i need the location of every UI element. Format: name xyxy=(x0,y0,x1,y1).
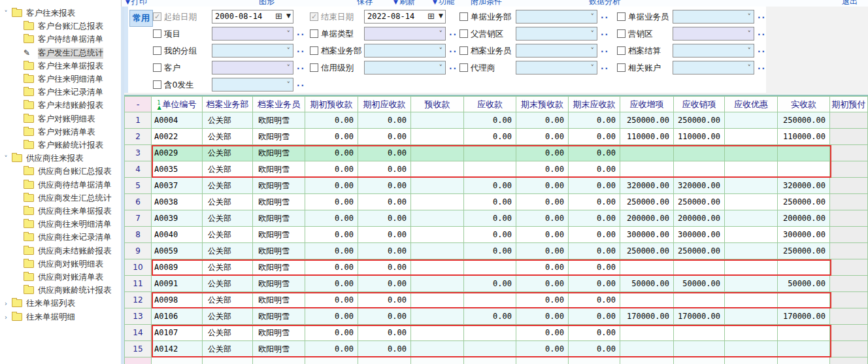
cell-r14-c6[interactable] xyxy=(411,325,464,341)
row-number[interactable]: 14 xyxy=(124,325,152,341)
row-number[interactable]: 12 xyxy=(124,292,152,308)
cell-r7-c5[interactable]: 0.00 xyxy=(358,210,411,227)
cell-r13-c3[interactable]: 欧阳明雪 xyxy=(253,308,305,325)
cell-r12-c7[interactable] xyxy=(464,292,516,308)
customer-browse-button[interactable]: .. xyxy=(297,62,305,71)
row-number[interactable]: 5 xyxy=(124,178,152,194)
archive-dept-checkbox[interactable] xyxy=(310,46,318,55)
column-header-9[interactable]: 期末应收款 xyxy=(569,96,620,112)
cell-r3-c6[interactable] xyxy=(411,145,464,161)
cell-r10-c3[interactable]: 欧阳明雪 xyxy=(253,259,305,276)
parent-region-dropdown[interactable]: ˅ xyxy=(516,27,597,41)
cell-r12-c1[interactable]: A0098 xyxy=(152,292,203,308)
cell-r1-c4[interactable]: 0.00 xyxy=(305,112,358,129)
doc-person-dropdown[interactable]: ˅ xyxy=(673,10,754,24)
archive-settle-dropdown[interactable]: ˅ xyxy=(673,44,754,58)
cell-r13-c10[interactable]: 170000.00 xyxy=(620,308,674,325)
column-header-1[interactable]: 1▲单位编号 xyxy=(152,96,203,112)
cell-r13-c12[interactable] xyxy=(725,308,778,325)
cell-r1-c9[interactable]: 0.00 xyxy=(569,112,620,129)
tree-item-report[interactable]: 供应商待结单据清单 xyxy=(0,178,122,191)
cell-r7-c12[interactable] xyxy=(725,210,778,227)
cell-r6-c6[interactable] xyxy=(411,194,464,210)
cell-r7-c13[interactable]: 200000.00 xyxy=(778,210,830,227)
cell-r5-c11[interactable]: 320000.00 xyxy=(674,178,725,194)
cell-r8-c8[interactable]: 0.00 xyxy=(516,227,569,243)
column-header-10[interactable]: 应收增项 xyxy=(620,96,674,112)
region-checkbox[interactable] xyxy=(617,29,626,38)
credit-level-dropdown[interactable]: ˅ xyxy=(364,61,446,74)
toolbar-item-extra-conditions[interactable]: 附加条件 xyxy=(471,0,502,7)
cell-r12-c14[interactable] xyxy=(830,292,868,308)
project-checkbox[interactable] xyxy=(153,29,161,38)
cell-r11-c14[interactable] xyxy=(830,276,868,292)
cell-r4-c9[interactable]: 0.00 xyxy=(569,161,620,178)
cell-r10-c8[interactable]: 0.00 xyxy=(516,259,569,276)
cell-r5-c13[interactable]: 320000.00 xyxy=(778,178,830,194)
column-header-6[interactable]: 预收款 xyxy=(411,96,464,112)
tree-item-group[interactable]: ›往来单据列表 xyxy=(0,297,122,310)
cell-r8-c7[interactable]: 0.00 xyxy=(464,227,516,243)
grid-row-10[interactable]: 10A0089公关部欧阳明雪0.000.000.000.00 xyxy=(124,259,868,276)
include-zero-checkbox[interactable] xyxy=(153,80,161,89)
start-date-checkbox[interactable]: ✓ xyxy=(153,12,161,21)
cell-r15-c5[interactable]: 0.00 xyxy=(358,341,411,357)
cell-r8-c14[interactable] xyxy=(830,227,868,243)
parent-region-browse-button[interactable]: .. xyxy=(601,28,609,37)
cell-r1-c8[interactable]: 0.00 xyxy=(516,112,569,129)
tree-item-report[interactable]: 客户往来记录清单 xyxy=(0,86,122,99)
cell-r12-c11[interactable] xyxy=(674,292,725,308)
my-group-dropdown[interactable]: ˅ xyxy=(212,44,293,58)
cell-r3-c3[interactable]: 欧阳明雪 xyxy=(253,145,305,161)
cell-r9-c3[interactable]: 欧阳明雪 xyxy=(253,243,305,259)
cell-r13-c9[interactable]: 0.00 xyxy=(569,308,620,325)
cell-r3-c12[interactable] xyxy=(725,145,778,161)
cell-r12-c5[interactable]: 0.00 xyxy=(358,292,411,308)
cell-r1-c6[interactable] xyxy=(411,112,464,129)
doc-dept-checkbox[interactable] xyxy=(459,12,468,21)
customer-dropdown[interactable]: ˅ xyxy=(212,61,293,74)
tree-item-report[interactable]: 客户未结账龄报表 xyxy=(0,99,122,112)
doc-person-browse-button[interactable]: .. xyxy=(758,11,766,20)
cell-r14-c4[interactable]: 0.00 xyxy=(305,325,358,341)
tree-item-report[interactable]: 供应商对账清单表 xyxy=(0,271,122,284)
column-header-13[interactable]: 实收款 xyxy=(778,96,830,112)
cell-r4-c3[interactable]: 欧阳明雪 xyxy=(253,161,305,178)
grid-row-6[interactable]: 6A0038公关部欧阳明雪0.000.000.000.000.00250000.… xyxy=(124,194,868,210)
cell-r11-c3[interactable]: 欧阳明雪 xyxy=(253,276,305,292)
cell-r11-c13[interactable]: 50000.00 xyxy=(778,276,830,292)
cell-r2-c13[interactable]: 110000.00 xyxy=(778,129,830,145)
cell-r4-c10[interactable] xyxy=(620,161,674,178)
cell-r14-c11[interactable] xyxy=(674,325,725,341)
archive-settle-browse-button[interactable]: .. xyxy=(758,45,766,54)
doc-dept-dropdown[interactable]: ˅ xyxy=(516,10,597,24)
region-browse-button[interactable]: .. xyxy=(758,28,766,37)
cell-r15-c2[interactable]: 公关部 xyxy=(203,341,253,357)
cell-r13-c4[interactable]: 0.00 xyxy=(305,308,358,325)
cell-r1-c1[interactable]: A0004 xyxy=(152,112,203,129)
cell-r2-c9[interactable]: 0.00 xyxy=(569,129,620,145)
column-header-3[interactable]: 档案业务员 xyxy=(253,96,305,112)
cell-r2-c14[interactable] xyxy=(830,129,868,145)
tree-item-report[interactable]: 供应商对账明细表 xyxy=(0,257,122,271)
cell-r10-c6[interactable] xyxy=(411,259,464,276)
cell-r1-c2[interactable]: 公关部 xyxy=(203,112,253,129)
end-date-field[interactable]: 2022-08-14⊞▼ xyxy=(364,10,446,24)
cell-r5-c4[interactable]: 0.00 xyxy=(305,178,358,194)
cell-r8-c3[interactable]: 欧阳明雪 xyxy=(253,227,305,243)
cell-r6-c2[interactable]: 公关部 xyxy=(203,194,253,210)
project-browse-button[interactable]: .. xyxy=(297,28,305,37)
cell-r4-c8[interactable]: 0.00 xyxy=(516,161,569,178)
cell-r10-c5[interactable]: 0.00 xyxy=(358,259,411,276)
cell-r3-c13[interactable] xyxy=(778,145,830,161)
cell-r2-c10[interactable]: 110000.00 xyxy=(620,129,674,145)
cell-r11-c4[interactable]: 0.00 xyxy=(305,276,358,292)
cell-r4-c7[interactable] xyxy=(464,161,516,178)
doc-dept-browse-button[interactable]: .. xyxy=(601,11,609,20)
row-number[interactable]: 13 xyxy=(124,308,152,325)
cell-r6-c5[interactable]: 0.00 xyxy=(358,194,411,210)
cell-r12-c10[interactable] xyxy=(620,292,674,308)
cell-r7-c10[interactable]: 200000.00 xyxy=(620,210,674,227)
cell-r5-c1[interactable]: A0037 xyxy=(152,178,203,194)
parent-region-checkbox[interactable] xyxy=(459,29,468,38)
